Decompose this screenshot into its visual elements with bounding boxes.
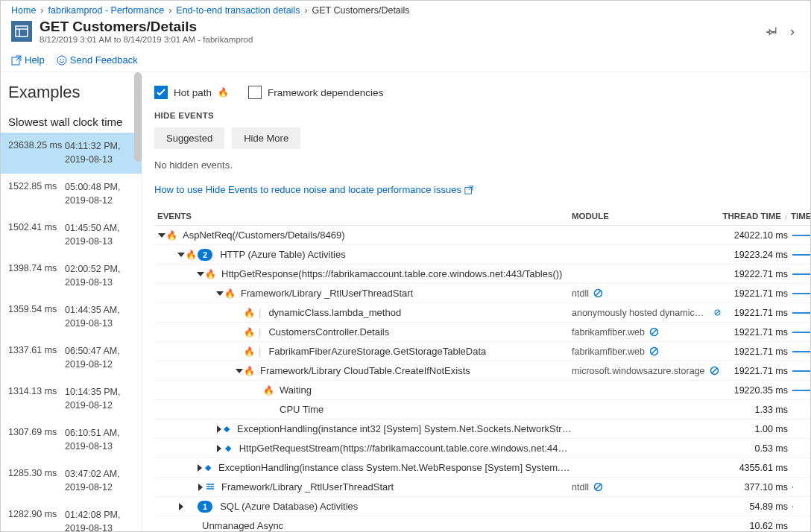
example-item[interactable]: 1398.74 ms02:00:52 PM,2019-08-13 <box>1 256 142 297</box>
event-module: ntdll <box>572 482 721 493</box>
event-row[interactable]: 🔥HttpGetResponse(https://fabrikamaccount… <box>154 265 810 284</box>
page-subtitle: 8/12/2019 3:01 AM to 8/14/2019 3:01 AM -… <box>40 35 253 44</box>
toolbar: Help Send Feedback <box>1 48 810 72</box>
event-label: Unmanaged Async <box>198 520 283 531</box>
crumb-home[interactable]: Home <box>11 5 36 16</box>
chevron-right-icon: › <box>40 5 43 16</box>
example-duration: 1337.61 ms <box>8 345 65 371</box>
event-time: 4355.61 ms <box>721 463 788 473</box>
expand-icon[interactable] <box>196 484 205 491</box>
examples-heading: Examples <box>1 72 142 115</box>
hide-more-button[interactable]: Hide More <box>232 127 300 149</box>
event-row[interactable]: 🔥|FabrikamFiberAzureStorage.GetStorageTa… <box>154 342 810 361</box>
svg-point-5 <box>60 58 61 60</box>
diamond-icon: ◆ <box>224 424 230 434</box>
event-row[interactable]: 🔥2HTTP (Azure Table) Activities19223.24 … <box>154 245 810 265</box>
breadcrumb: Home › fabrikamprod - Performance › End-… <box>1 1 810 17</box>
example-item[interactable]: 1359.54 ms01:44:35 AM,2019-08-13 <box>1 297 142 338</box>
fire-icon: 🔥 <box>186 250 197 260</box>
col-timeline[interactable]: TIMELI <box>788 212 810 221</box>
expand-icon[interactable] <box>215 445 224 452</box>
collapse-icon[interactable] <box>177 253 186 257</box>
event-row[interactable]: 1SQL (Azure Database) Activities54.89 ms <box>154 497 810 516</box>
suggested-button[interactable]: Suggested <box>154 127 224 149</box>
crumb-resource[interactable]: fabrikamprod - Performance <box>48 5 165 16</box>
event-row[interactable]: Framework/Library _RtlUserThreadStartntd… <box>154 478 810 497</box>
crumb-e2e[interactable]: End-to-end transaction details <box>176 5 300 16</box>
example-duration: 1359.54 ms <box>8 304 65 330</box>
example-item[interactable]: 1314.13 ms10:14:35 PM,2019-08-12 <box>1 379 142 419</box>
expand-icon[interactable] <box>215 425 223 433</box>
no-hidden-text: No hidden events. <box>154 159 810 171</box>
event-row[interactable]: 🔥AspNetReq(/Customers/Details/8469)24022… <box>154 226 810 245</box>
event-time: 19220.35 ms <box>721 385 788 396</box>
expand-icon[interactable] <box>177 503 186 510</box>
how-to-link[interactable]: How to use Hide Events to reduce noise a… <box>154 184 810 195</box>
chevron-right-icon: › <box>304 5 307 16</box>
col-thread-time[interactable]: THREAD TIME↓ <box>721 212 788 221</box>
pin-icon[interactable] <box>764 25 779 38</box>
event-row[interactable]: 🔥|dynamicClass.lambda_methodanonymously … <box>154 303 810 323</box>
event-row[interactable]: 🔥Framework/Library _RtlUserThreadStartnt… <box>154 284 810 303</box>
example-item[interactable]: 1522.85 ms05:00:48 PM,2019-08-12 <box>1 174 142 215</box>
fire-icon: 🔥 <box>263 385 274 396</box>
event-label: HttpGetResponse(https://fabrikamaccount.… <box>217 268 562 279</box>
fire-icon: 🔥 <box>244 346 255 357</box>
hide-icon[interactable] <box>593 288 603 298</box>
framework-checkbox[interactable]: Framework dependencies <box>248 86 383 99</box>
event-label: CPU Time <box>275 404 324 415</box>
event-label: Waiting <box>275 384 312 396</box>
example-item[interactable]: 1285.30 ms03:47:02 AM,2019-08-12 <box>1 460 142 501</box>
event-label: FabrikamFiberAzureStorage.GetStorageTabl… <box>264 346 486 357</box>
event-timeline-bar <box>788 254 810 256</box>
example-duration: 1398.74 ms <box>8 263 65 289</box>
hide-icon[interactable] <box>714 308 721 317</box>
example-item[interactable]: 1307.69 ms06:10:51 AM,2019-08-13 <box>1 419 142 460</box>
example-item[interactable]: 1282.90 ms01:42:08 PM,2019-08-13 <box>1 501 142 531</box>
svg-line-15 <box>651 349 657 354</box>
fire-icon: 🔥 <box>218 87 229 98</box>
collapse-icon[interactable] <box>235 369 244 373</box>
feedback-link[interactable]: Send Feedback <box>57 54 138 66</box>
example-item[interactable]: 1337.61 ms06:50:47 AM,2019-08-12 <box>1 338 142 379</box>
event-row[interactable]: 🔥Waiting19220.35 ms <box>154 381 810 400</box>
example-timestamp: 10:14:35 PM,2019-08-12 <box>65 386 120 412</box>
hide-icon[interactable] <box>649 327 659 337</box>
event-row[interactable]: ◆ExceptionHandling(instance class System… <box>154 458 810 478</box>
event-time: 1.33 ms <box>721 405 788 415</box>
event-row[interactable]: 🔥Framework/Library CloudTable.CreateIfNo… <box>154 361 810 381</box>
event-row[interactable]: Unmanaged Async10.62 ms <box>154 516 810 531</box>
crumb-current: GET Customers/Details <box>312 5 410 16</box>
page-header: GET Customers/Details 8/12/2019 3:01 AM … <box>1 17 810 48</box>
fire-icon: 🔥 <box>224 288 236 299</box>
scrollbar[interactable] <box>133 72 142 531</box>
chevron-right-icon[interactable]: › <box>785 24 800 39</box>
example-item[interactable]: 23638.25 ms04:11:32 PM,2019-08-13 <box>1 133 142 174</box>
event-timeline-bar <box>788 332 810 333</box>
example-timestamp: 06:50:47 AM,2019-08-12 <box>65 345 120 371</box>
diamond-icon: ◆ <box>225 443 231 453</box>
col-events[interactable]: EVENTS <box>154 212 572 221</box>
event-row[interactable]: 🔥|CustomersController.Detailsfabrikamfib… <box>154 323 810 342</box>
event-module: microsoft.windowsazure.storage <box>572 366 721 376</box>
hot-path-checkbox[interactable]: Hot path 🔥 <box>154 86 229 99</box>
external-link-icon <box>11 55 22 66</box>
event-time: 19222.71 ms <box>721 269 788 279</box>
event-module: anonymously hosted dynamicmethods assemb… <box>572 308 721 318</box>
collapse-icon[interactable] <box>157 233 166 238</box>
collapse-icon[interactable] <box>215 291 224 296</box>
event-row[interactable]: CPU Time1.33 ms <box>154 400 810 419</box>
event-row[interactable]: ◆HttpGetRequestStream(https://fabrikamac… <box>154 439 810 458</box>
event-time: 19221.71 ms <box>721 346 788 357</box>
expand-icon[interactable] <box>196 464 203 472</box>
hide-icon[interactable] <box>649 346 659 356</box>
examples-sidebar: Examples Slowest wall clock time 23638.2… <box>1 72 142 531</box>
collapse-icon[interactable] <box>196 272 205 276</box>
help-link[interactable]: Help <box>11 54 45 66</box>
event-row[interactable]: ◆ExceptionHandling(instance int32 [Syste… <box>154 419 810 439</box>
hide-icon[interactable] <box>710 366 719 376</box>
example-duration: 1314.13 ms <box>8 386 65 412</box>
example-item[interactable]: 1502.41 ms01:45:50 AM,2019-08-13 <box>1 215 142 256</box>
hide-icon[interactable] <box>593 482 603 492</box>
col-module[interactable]: MODULE <box>572 212 721 221</box>
